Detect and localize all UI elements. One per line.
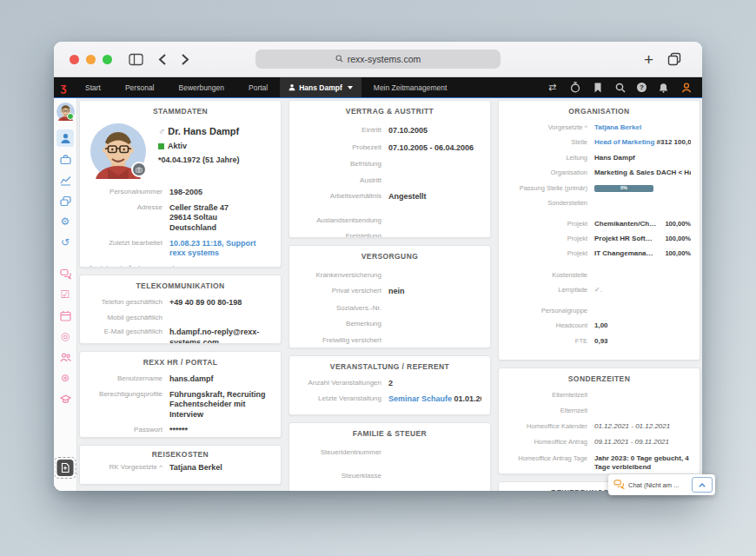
field-label: Mobil geschäftlich [89,314,169,322]
notifications-bell-icon[interactable] [658,83,669,93]
settings-gear-icon[interactable]: ⚙ [56,213,74,230]
graduation-cap-icon[interactable] [56,390,74,407]
field-label: Passwort [89,426,169,434]
card-title: VERSORGUNG [298,252,481,261]
search-icon [335,54,343,64]
documents-icon[interactable] [56,192,74,209]
add-document-button[interactable] [55,457,76,479]
field-row: Sozialvers.-Nr. [298,304,481,313]
field-label: Stelle [507,138,594,147]
card-title: ORGANISATION [507,107,691,116]
field-row: Personalgruppe [507,307,691,315]
stopwatch-icon[interactable] [569,82,580,93]
card-versorgung: VERSORGUNG Krankenversicherung Privat ve… [288,245,491,348]
chat-expand-button[interactable] [692,477,713,493]
app-content: ⚙ ↺ ☑ ◎ ⊛ [54,98,702,491]
add-document-icon [61,463,70,473]
help-icon[interactable]: ? [637,83,647,92]
nav-item-start[interactable]: Start [73,77,113,97]
field-label: Steuerklasse [298,472,388,480]
nav-item-zeitmanagement[interactable]: Mein Zeitmanagement [361,77,460,97]
card-sonderzeiten: SONDERZEITEN Elternteilzeit Elternzeit H… [498,367,700,474]
field-label: Austritt [298,176,388,185]
task-check-icon[interactable]: ☑ [56,286,74,303]
nav-item-personal[interactable]: Personal [113,77,167,97]
field-value: Seminar Schaufe 01.01.2014 - 01.01.2014 [388,394,481,405]
project-row: ProjektIT Changemanagement < Projekt Cha… [507,249,691,258]
field-label: Bemerkung [298,320,388,328]
field-row: Elternzeit [507,407,691,415]
browser-sidebar-toggle-icon[interactable] [129,53,143,66]
camera-badge-icon[interactable] [131,162,147,177]
card-title: TELEKOMMUNIKATION [89,281,272,290]
tab-overview-icon[interactable] [667,52,681,66]
field-value: 01.12.2021 - 01.12.2021 [594,422,670,431]
field-label: Benutzername [89,374,169,383]
swap-arrows-icon[interactable]: ⇄ [547,82,558,93]
address-bar[interactable]: rexx-systems.com [255,50,501,69]
field-row: Kostenstelle [507,271,691,280]
history-icon[interactable]: ↺ [56,234,74,251]
nav-user-name: Hans Dampf [299,83,342,92]
project-percent: 100,00% [665,220,691,228]
position-link[interactable]: Head of Marketing [594,138,654,146]
profile-photo[interactable] [90,123,146,179]
new-tab-button[interactable]: + [644,51,653,68]
field-label: Projekt [507,220,594,228]
user-icon [288,83,295,91]
field-label: Projekt [507,235,594,243]
field-value: 2 [388,379,393,389]
field-row: Anzahl Veranstaltungen2 [298,379,481,389]
chat-bubbles-icon[interactable] [56,265,74,282]
user-icon[interactable] [56,129,74,147]
field-label: Befristung [298,160,388,169]
asterisk-circle-icon[interactable]: ⊛ [56,369,74,387]
nav-user-menu[interactable]: Hans Dampf [280,77,361,97]
users-icon[interactable] [56,348,74,366]
field-row: Passung Stelle (primär)0% [507,184,691,193]
last-edited-link[interactable]: 10.08.23 11:18, Support rexx systems [169,239,272,259]
supervisor-link[interactable]: Tatjana Berkel [594,123,641,132]
rexx-logo-icon[interactable]: ʒ [54,81,73,94]
sidebar-user-avatar[interactable] [56,103,75,121]
sidebar: ⚙ ↺ ☑ ◎ ⊛ [54,98,77,491]
nav-item-bewerbungen[interactable]: Bewerbungen [167,77,236,97]
field-row: FTE0,93 [507,337,691,346]
field-label: Steueridentnummer [298,448,388,457]
chevron-up-icon [699,483,706,487]
field-label: Personalnummer [89,188,169,196]
project-row: ProjektChemikanten/Chemikantin < Ausbild… [507,220,691,228]
bookmark-icon[interactable] [592,83,603,93]
calendar-icon[interactable] [56,307,74,324]
field-row: Befristung [298,160,481,169]
field-label: Zuletzt bearbeitet [89,239,169,248]
field-value: Hans Dampf [594,154,635,162]
back-button[interactable] [158,53,167,66]
nav-item-portal[interactable]: Portal [236,77,280,97]
field-label: Privat versichert [298,287,388,295]
field-label: Krankenversicherung [298,271,388,280]
close-window-button[interactable] [70,55,79,64]
field-label: Homeoffice Antrag [507,438,594,447]
minimize-window-button[interactable] [86,55,96,64]
status-badge: Aktiv [158,142,240,150]
field-row: BerechtigungsprofileFührungskraft, Recru… [89,390,272,420]
chart-icon[interactable] [56,171,74,189]
search-icon[interactable] [614,83,626,93]
field-label: Anstehende Änderungen [89,264,169,268]
profile-person-icon[interactable] [680,83,692,93]
seminar-link[interactable]: Seminar Schaufe [388,394,452,403]
field-row: Homeoffice Antrag09.11.2021 - 09.11.2021 [507,438,691,447]
forward-button[interactable] [181,53,189,66]
zoom-window-button[interactable] [103,55,112,64]
chat-widget[interactable]: Chat (Nicht am ... [608,474,715,495]
field-label: Homeoffice Kalender [507,422,594,431]
field-value: Jahr 2023: 0 Tage gebucht, 4 Tage verble… [594,454,691,474]
field-row: Mobil geschäftlich [89,314,272,322]
target-icon[interactable]: ◎ [56,328,74,345]
gender-male-icon: ♂ [158,126,165,136]
field-label: E-Mail geschäftlich [89,328,169,336]
field-label: Homeoffice Antrag Tage [507,454,594,463]
briefcase-icon[interactable] [56,150,74,168]
field-value: hans.dampf [169,374,214,385]
